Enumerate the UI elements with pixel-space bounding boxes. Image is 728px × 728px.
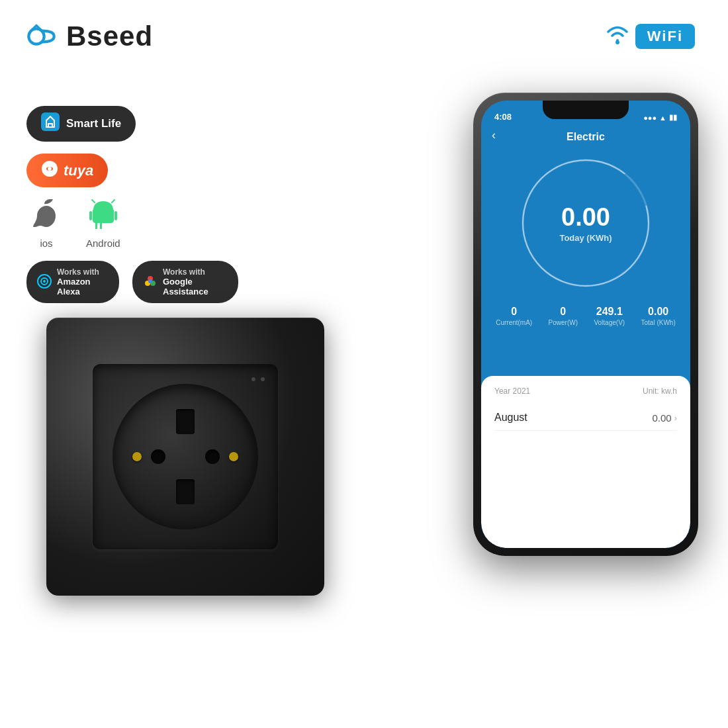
phone-screen: 4:08 ●●● ▲ ▮▮ ‹ Electric 0.00 Today: [481, 101, 690, 548]
stat-current: 0 Current(mA): [496, 306, 532, 326]
android-label: Android: [86, 238, 120, 249]
svg-point-4: [48, 167, 52, 171]
tuya-icon: [41, 160, 58, 181]
smart-life-row: Smart Life: [26, 106, 238, 142]
apple-icon: [33, 199, 60, 235]
chevron-right-icon: ›: [674, 413, 677, 423]
svg-point-15: [148, 279, 152, 283]
platform-row: ios Android: [33, 199, 238, 249]
header: Bseed WiFi: [0, 0, 728, 66]
history-item-august[interactable]: August 0.00 ›: [494, 405, 677, 431]
alexa-badge: Works with Amazon Alexa: [26, 261, 119, 303]
tuya-row: tuya: [26, 154, 238, 187]
history-unit: Unit: kw.h: [643, 387, 677, 396]
battery-icon: ▮▮: [669, 113, 677, 122]
stat-total: 0.00 Total (KWh): [641, 306, 676, 326]
history-header: Year 2021 Unit: kw.h: [494, 387, 677, 396]
tuya-label: tuya: [64, 162, 93, 179]
android-platform: Android: [86, 199, 120, 249]
smart-life-badge: Smart Life: [26, 106, 136, 142]
led-dot-2: [261, 377, 265, 381]
svg-rect-8: [114, 211, 117, 220]
back-arrow[interactable]: ‹: [492, 128, 496, 142]
socket-panel: [46, 318, 324, 596]
smart-life-label: Smart Life: [66, 117, 121, 130]
socket-inner: [93, 364, 278, 549]
history-value: 0.00: [652, 412, 671, 424]
svg-point-11: [43, 280, 46, 283]
ios-label: ios: [40, 238, 52, 249]
pin-hole-bottom: [176, 479, 195, 504]
gauge-unit: Today (KWh): [559, 234, 612, 242]
logo-area: Bseed: [26, 20, 153, 53]
pin-hole-top: [176, 409, 195, 434]
wifi-icon: [605, 24, 630, 49]
grounding-pin-right: [229, 452, 238, 461]
stat-power: 0 Power(W): [549, 306, 578, 326]
alexa-works-line2: Amazon Alexa: [57, 277, 109, 296]
alexa-icon: [37, 274, 52, 291]
bseed-logo-icon: [26, 20, 60, 53]
history-card: Year 2021 Unit: kw.h August 0.00 ›: [481, 376, 690, 548]
google-icon: [143, 274, 158, 291]
stat-voltage: 249.1 Voltage(V): [594, 306, 625, 326]
signal-icon: ●●●: [643, 114, 657, 122]
wifi-label: WiFi: [635, 24, 695, 49]
android-icon: [89, 199, 117, 235]
phone-notch: [543, 101, 629, 119]
google-badge: Works with Google Assistance: [132, 261, 238, 303]
led-dot-1: [251, 377, 255, 381]
stats-row: 0 Current(mA) 0 Power(W) 249.1 Voltage(V…: [488, 306, 684, 326]
smart-life-icon: [41, 113, 60, 135]
led-dots: [251, 377, 265, 381]
gauge-value: 0.00 Today (KWh): [559, 205, 612, 242]
tuya-badge: tuya: [26, 154, 108, 187]
gauge-area: 0.00 Today (KWh): [513, 150, 659, 296]
brand-name: Bseed: [66, 21, 153, 52]
hole-left: [151, 449, 165, 464]
left-panel: Smart Life tuya ios: [26, 106, 238, 303]
socket-face: [113, 384, 258, 529]
socket-area: [26, 304, 344, 635]
google-works-line1: Works with: [163, 267, 228, 277]
wifi-badge: WiFi: [605, 24, 695, 49]
history-year: Year 2021: [494, 387, 530, 396]
google-works-line2: Google Assistance: [163, 277, 228, 296]
history-month: August: [494, 412, 527, 424]
phone-outer: 4:08 ●●● ▲ ▮▮ ‹ Electric 0.00 Today: [473, 93, 698, 556]
status-icons: ●●● ▲ ▮▮: [643, 113, 677, 122]
svg-point-1: [615, 40, 619, 44]
svg-rect-7: [89, 211, 92, 220]
works-row: Works with Amazon Alexa Works with: [26, 261, 238, 303]
grounding-pin-left: [132, 452, 142, 461]
phone-mockup: 4:08 ●●● ▲ ▮▮ ‹ Electric 0.00 Today: [463, 93, 708, 582]
app-screen-title: Electric: [481, 126, 690, 148]
status-time: 4:08: [494, 112, 512, 122]
svg-rect-2: [41, 113, 60, 131]
hole-right: [205, 449, 220, 464]
alexa-works-line1: Works with: [57, 267, 109, 277]
wifi-status-icon: ▲: [659, 114, 666, 122]
ios-platform: ios: [33, 199, 60, 249]
